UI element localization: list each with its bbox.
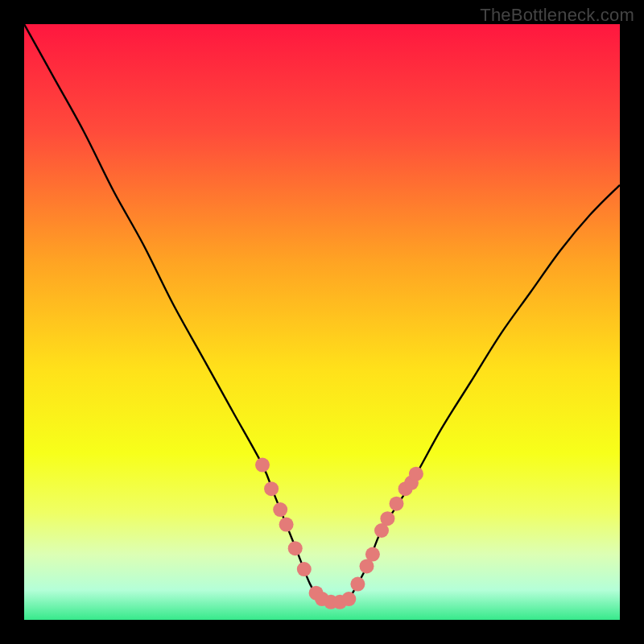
curve-marker	[279, 518, 294, 532]
chart-curve-layer	[24, 24, 620, 620]
curve-marker	[288, 541, 303, 555]
curve-marker	[255, 458, 270, 473]
curve-markers	[255, 458, 423, 609]
curve-marker	[390, 497, 404, 511]
plot-area	[24, 24, 620, 620]
attribution-label: TheBottleneck.com	[480, 5, 634, 26]
curve-marker	[297, 562, 312, 576]
bottleneck-curve	[24, 24, 620, 603]
curve-marker	[341, 592, 356, 606]
curve-marker	[350, 577, 365, 592]
curve-marker	[409, 467, 423, 481]
curve-marker	[380, 511, 394, 526]
curve-marker	[365, 547, 380, 562]
chart-stage: TheBottleneck.com	[0, 0, 644, 644]
curve-marker	[273, 502, 287, 517]
curve-marker	[264, 481, 279, 496]
